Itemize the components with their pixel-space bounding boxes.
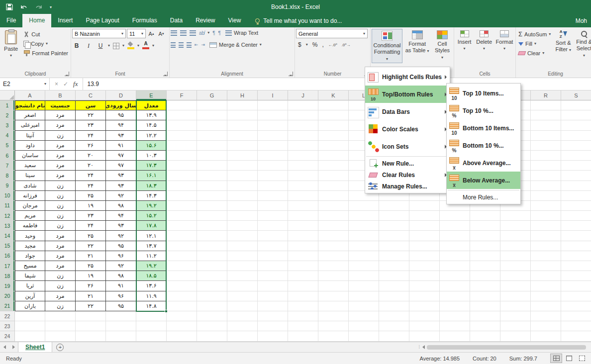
cell-R19[interactable] [531, 281, 561, 291]
cell-D2[interactable]: ۹۵ [106, 110, 136, 120]
cell-C18[interactable]: ۱۹ [76, 271, 106, 281]
cell-S24[interactable] [561, 331, 591, 341]
cell-I10[interactable] [258, 191, 288, 201]
cell-O22[interactable] [440, 311, 470, 321]
cell-M13[interactable] [379, 221, 409, 231]
cell-S1[interactable] [561, 100, 591, 110]
cell-G22[interactable] [197, 311, 227, 321]
cell-F15[interactable] [167, 241, 197, 251]
scroll-left-icon[interactable] [422, 345, 425, 349]
cell-D24[interactable] [106, 331, 136, 341]
cell-D16[interactable]: ۹۶ [106, 251, 136, 261]
cell-I8[interactable] [258, 171, 288, 181]
customize-qat-icon[interactable]: ▾ [50, 5, 52, 9]
cell-H18[interactable] [227, 271, 258, 281]
cell-S20[interactable] [561, 291, 591, 301]
cell-J1[interactable] [288, 100, 318, 110]
cell-B22[interactable] [45, 311, 76, 321]
text-direction-ltr-icon[interactable]: ¶ [218, 30, 221, 36]
cell-E20[interactable]: ۱۱.۹ [136, 291, 167, 301]
cell-D5[interactable]: ۹۱ [106, 141, 136, 151]
cell-G18[interactable] [197, 271, 227, 281]
cell-R12[interactable] [531, 211, 561, 221]
cell-J11[interactable] [288, 201, 318, 211]
cell-J23[interactable] [288, 321, 318, 331]
cell-I14[interactable] [258, 231, 288, 241]
sheet-nav-left-icon[interactable] [0, 345, 9, 349]
cell-J4[interactable] [288, 131, 318, 141]
cell-L14[interactable] [349, 231, 379, 241]
cell-A16[interactable]: جواد [15, 251, 45, 261]
cell-C22[interactable] [76, 311, 106, 321]
cell-E15[interactable]: ۱۳.۷ [136, 241, 167, 251]
cell-D22[interactable] [106, 311, 136, 321]
cell-R3[interactable] [531, 120, 561, 130]
cell-M12[interactable] [379, 211, 409, 221]
cell-D15[interactable]: ۹۵ [106, 241, 136, 251]
cell-L21[interactable] [349, 301, 379, 311]
cell-F12[interactable] [167, 211, 197, 221]
column-header-H[interactable]: H [227, 91, 258, 100]
cell-A18[interactable]: شیما [15, 271, 45, 281]
row-header-20[interactable]: 20 [0, 291, 15, 301]
cell-E19[interactable]: ۱۳.۶ [136, 281, 167, 291]
cell-Q17[interactable] [500, 261, 531, 271]
cell-S23[interactable] [561, 321, 591, 331]
cell-J17[interactable] [288, 261, 318, 271]
cell-A24[interactable] [15, 331, 45, 341]
submenu-item-top-10-items[interactable]: Top 10 Items... [447, 85, 520, 102]
cell-J24[interactable] [288, 331, 318, 341]
cell-I12[interactable] [258, 211, 288, 221]
cell-G7[interactable] [197, 161, 227, 171]
row-header-9[interactable]: 9 [0, 181, 15, 191]
scrollbar-track[interactable] [426, 345, 590, 350]
cell-B21[interactable]: زن [45, 301, 76, 311]
cell-G1[interactable] [197, 100, 227, 110]
cell-S12[interactable] [561, 211, 591, 221]
cell-B14[interactable]: مرد [45, 231, 76, 241]
cell-C12[interactable]: ۲۳ [76, 211, 106, 221]
row-header-1[interactable]: 1 [0, 100, 15, 110]
cell-E5[interactable]: ۱۵.۶ [136, 141, 167, 151]
cell-Q21[interactable] [500, 301, 531, 311]
cell-N14[interactable] [409, 231, 440, 241]
cell-K3[interactable] [318, 120, 349, 130]
row-header-3[interactable]: 3 [0, 120, 15, 130]
cell-R9[interactable] [531, 181, 561, 191]
cell-C16[interactable]: ۲۱ [76, 251, 106, 261]
cell-E9[interactable]: ۱۸.۳ [136, 181, 167, 191]
cell-R20[interactable] [531, 291, 561, 301]
find-select-button[interactable]: Find & Select ▾ [574, 29, 591, 59]
cell-D23[interactable] [106, 321, 136, 331]
cell-I22[interactable] [258, 311, 288, 321]
cell-A8[interactable]: سینا [15, 171, 45, 181]
cell-S10[interactable] [561, 191, 591, 201]
cell-C19[interactable]: ۲۶ [76, 281, 106, 291]
cell-H20[interactable] [227, 291, 258, 301]
cell-R24[interactable] [531, 331, 561, 341]
ribbon-tab-data[interactable]: Data [164, 14, 189, 27]
cell-E10[interactable]: ۱۴.۳ [136, 191, 167, 201]
row-header-8[interactable]: 8 [0, 171, 15, 181]
cell-I11[interactable] [258, 201, 288, 211]
cell-B5[interactable]: مرد [45, 141, 76, 151]
number-format-combo[interactable]: General▾ [296, 29, 368, 38]
cell-Q12[interactable] [500, 211, 531, 221]
percent-style-button[interactable]: % [312, 41, 318, 48]
cell-F16[interactable] [167, 251, 197, 261]
cell-H13[interactable] [227, 221, 258, 231]
cell-I3[interactable] [258, 120, 288, 130]
cell-B12[interactable]: زن [45, 211, 76, 221]
cell-R16[interactable] [531, 251, 561, 261]
format-as-table-button[interactable]: Format as Table ▾ [403, 29, 431, 54]
cell-H11[interactable] [227, 201, 258, 211]
cell-H8[interactable] [227, 171, 258, 181]
cell-I16[interactable] [258, 251, 288, 261]
row-header-13[interactable]: 13 [0, 221, 15, 231]
decrease-font-size-button[interactable]: A▾ [157, 29, 166, 38]
column-header-G[interactable]: G [197, 91, 227, 100]
text-direction-rtl-icon[interactable]: ¶ [212, 30, 215, 36]
cell-M22[interactable] [379, 311, 409, 321]
cell-Q18[interactable] [500, 271, 531, 281]
cell-L18[interactable] [349, 271, 379, 281]
